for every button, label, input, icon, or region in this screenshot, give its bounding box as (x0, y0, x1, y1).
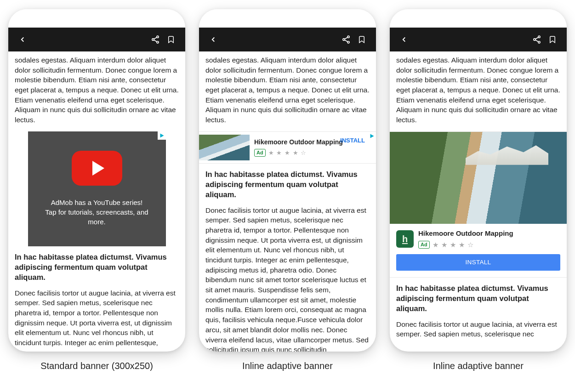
svg-point-5 (347, 36, 349, 38)
caption-1: Standard banner (300x250) (40, 361, 153, 371)
ad-badge: Ad (418, 241, 430, 249)
share-icon (151, 35, 160, 44)
chevron-left-icon (209, 35, 217, 44)
back-button[interactable] (396, 32, 412, 47)
column-inline-small: sodales egestas. Aliquam interdum dolor … (199, 9, 376, 371)
svg-line-4 (154, 40, 157, 42)
share-icon (342, 35, 351, 44)
phone-notch (8, 9, 185, 28)
ad-hero-image (390, 132, 567, 224)
svg-point-6 (343, 39, 345, 40)
ad-badge: Ad (254, 149, 266, 157)
standard-banner-ad[interactable]: AdMob has a YouTube series! Tap for tuto… (28, 131, 166, 246)
ad-thumbnail (199, 135, 250, 160)
share-button[interactable] (148, 32, 163, 47)
lorem-body: Donec facilisis tortor ut augue lacinia,… (15, 288, 179, 348)
inline-adaptive-banner-large[interactable]: h Hikemoore Outdoor Mapping Ad ★ ★ ★ ★ ☆… (390, 131, 567, 278)
caption-3: Inline adaptive banner (433, 361, 524, 371)
svg-line-14 (535, 40, 538, 42)
back-button[interactable] (15, 32, 30, 47)
share-button[interactable] (529, 32, 545, 47)
youtube-logo (72, 151, 122, 186)
bookmark-button[interactable] (163, 32, 179, 47)
article-heading: In hac habitasse platea dictumst. Vivamu… (205, 169, 370, 200)
bookmark-icon (358, 35, 366, 44)
share-icon (532, 35, 541, 44)
ad-text-line1: AdMob has a YouTube series! (51, 198, 143, 207)
adchoices-badge[interactable] (368, 132, 376, 140)
svg-line-9 (345, 40, 347, 42)
chevron-left-icon (400, 35, 408, 44)
ad-text-line2: Tap for tutorials, screencasts, and more… (37, 207, 157, 227)
article-heading: In hac habitasse platea dictumst. Vivamu… (15, 252, 179, 283)
back-button[interactable] (205, 32, 221, 47)
bookmark-button[interactable] (545, 32, 560, 47)
lorem-top: sodales egestas. Aliquam interdum dolor … (205, 55, 370, 125)
ad-title: Hikemoore Outdoor Mapping (418, 228, 513, 238)
adchoices-badge[interactable] (158, 131, 166, 140)
phone-mockup-1: sodales egestas. Aliquam interdum dolor … (8, 9, 185, 352)
column-inline-large: sodales egestas. Aliquam interdum dolor … (390, 9, 567, 371)
app-topbar (8, 28, 185, 51)
chevron-left-icon (18, 35, 27, 44)
phone-notch (390, 9, 567, 28)
svg-point-7 (347, 41, 349, 43)
star-rating: ★ ★ ★ ★ ☆ (268, 149, 307, 157)
phone-mockup-3: sodales egestas. Aliquam interdum dolor … (390, 9, 567, 352)
lorem-top: sodales egestas. Aliquam interdum dolor … (15, 55, 179, 125)
svg-line-13 (535, 37, 538, 39)
adchoices-icon (369, 133, 375, 139)
svg-point-2 (157, 41, 159, 43)
article-content: sodales egestas. Aliquam interdum dolor … (8, 51, 185, 352)
svg-line-3 (154, 37, 157, 39)
svg-point-12 (538, 41, 540, 43)
svg-point-11 (534, 39, 535, 40)
ad-card-body: h Hikemoore Outdoor Mapping Ad ★ ★ ★ ★ ☆… (390, 224, 567, 277)
app-icon: h (396, 230, 414, 248)
svg-point-10 (538, 36, 540, 38)
column-standard-banner: sodales egestas. Aliquam interdum dolor … (8, 9, 185, 371)
svg-point-1 (152, 39, 154, 40)
phone-notch (199, 9, 376, 28)
article-content: sodales egestas. Aliquam interdum dolor … (199, 51, 376, 352)
play-icon (92, 161, 104, 176)
star-rating: ★ ★ ★ ★ ☆ (433, 240, 474, 250)
lorem-body: Donec facilisis tortor ut augue lacinia,… (396, 319, 560, 339)
svg-line-8 (345, 37, 347, 39)
inline-adaptive-banner-small[interactable]: Hikemoore Outdoor Mapping Ad ★ ★ ★ ★ ☆ I… (199, 131, 376, 164)
app-topbar (199, 28, 376, 51)
bookmark-icon (548, 35, 557, 44)
lorem-top: sodales egestas. Aliquam interdum dolor … (396, 55, 560, 125)
article-heading: In hac habitasse platea dictumst. Vivamu… (396, 283, 560, 314)
lorem-body: Donec facilisis tortor ut augue lacinia,… (205, 205, 370, 352)
install-button[interactable]: INSTALL (396, 254, 560, 271)
caption-2: Inline adaptive banner (242, 361, 333, 371)
adchoices-icon (159, 133, 165, 138)
phone-mockup-2: sodales egestas. Aliquam interdum dolor … (199, 9, 376, 352)
share-button[interactable] (338, 32, 354, 47)
bookmark-icon (167, 35, 175, 44)
install-link[interactable]: INSTALL (340, 136, 365, 145)
bookmark-button[interactable] (354, 32, 370, 47)
app-topbar (390, 28, 567, 51)
article-content: sodales egestas. Aliquam interdum dolor … (390, 51, 567, 352)
svg-point-0 (157, 36, 159, 38)
